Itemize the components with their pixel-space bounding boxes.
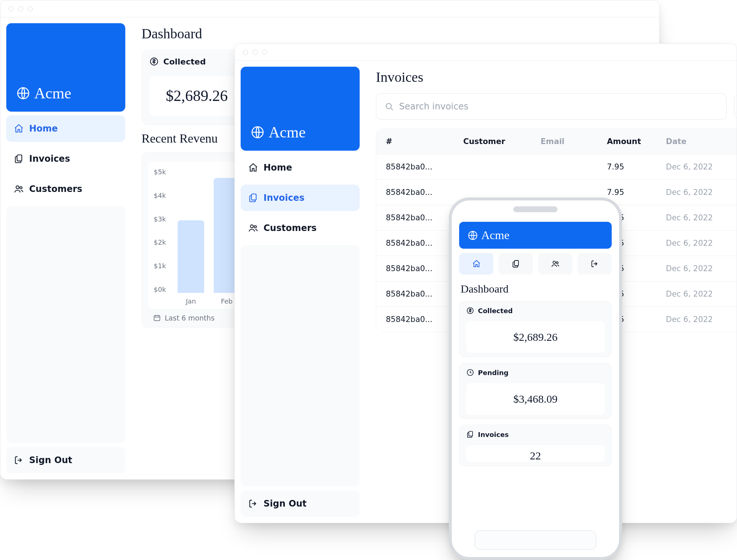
traffic-light-zoom[interactable] [28,6,33,11]
cell-date: Dec 6, 2022 [666,264,736,273]
sidebar-item-invoices[interactable]: Invoices [241,185,360,211]
svg-point-14 [556,262,558,263]
revenue-chart: $5k $4k $3k $2k $1k $0k Jan [148,161,246,309]
cell-id: 85842ba0... [386,162,463,171]
logo-card: Acme [459,222,612,249]
stat-amount: $3,468.09 [466,383,605,415]
y-tick: $4k [154,192,166,199]
stat-card-collected: Collected $2,689.26 [459,301,612,357]
stat-label: Collected [478,307,513,315]
col-date: Date [666,137,736,146]
sidebar-item-customers[interactable]: Customers [241,215,360,241]
chart-period: Last 6 months [165,314,214,322]
sidebar-label-invoices: Invoices [29,154,70,164]
document-duplicate-icon [14,154,24,164]
phone-notch [513,206,558,212]
brand-name: Acme [481,228,509,242]
users-icon [248,223,258,233]
sidebar-item-signout[interactable]: Sign Out [241,490,360,517]
calendar-icon [153,314,161,322]
document-duplicate-icon [466,430,474,438]
sidebar-filler [241,245,360,487]
svg-rect-5 [154,316,160,321]
page-title: Dashboard [142,25,649,42]
sidebar-label-signout: Sign Out [29,455,72,465]
cell-date: Dec 6, 2022 [666,188,736,197]
sidebar: Acme Home Invoices Customers Sign Out [0,17,131,479]
logo-card: Acme [241,67,360,151]
traffic-light-zoom[interactable] [262,50,267,55]
users-icon [14,184,24,194]
phone-frame: Acme Dashboard Collected $2,689.26 [449,197,622,560]
document-duplicate-icon [511,259,520,268]
y-axis: $5k $4k $3k $2k $1k $0k [154,168,166,305]
page-title: Invoices [376,69,737,85]
currency-icon [149,57,159,66]
cell-date: Dec 6, 2022 [666,315,736,324]
sidebar-filler [6,206,125,443]
mobile-nav-invoices[interactable] [499,253,533,274]
cell-date: Dec 6, 2022 [666,213,736,222]
sidebar-label-customers: Customers [263,223,317,233]
stat-label: Pending [478,369,509,377]
bar-col: Jan [178,168,204,305]
brand-name: Acme [34,84,71,102]
home-icon [14,123,24,134]
traffic-light-minimize[interactable] [252,50,258,55]
svg-point-2 [16,186,19,189]
sidebar-label-customers: Customers [29,184,82,194]
sidebar-item-home[interactable]: Home [241,154,360,181]
svg-point-13 [553,261,555,264]
traffic-light-close[interactable] [243,50,248,55]
y-tick: $0k [154,286,166,293]
table-header: # Customer Email Amount Date [376,129,737,154]
mobile-nav-customers[interactable] [538,253,572,274]
svg-point-10 [386,104,391,109]
search-icon [384,102,394,111]
mobile-nav-home[interactable] [459,253,493,274]
search-placeholder: Search invoices [399,101,468,112]
sidebar-item-home[interactable]: Home [6,115,125,142]
cell-date: Dec 6, 2022 [666,162,736,171]
pager-prev[interactable] [734,94,737,119]
table-row[interactable]: 85842ba0...7.95Dec 6, 2022 [376,154,737,179]
sidebar-label-signout: Sign Out [263,498,307,509]
sidebar-label-invoices: Invoices [263,193,304,203]
cell-date: Dec 6, 2022 [666,290,736,298]
stat-card-pending: Pending $3,468.09 [459,363,612,419]
globe-icon [467,230,478,241]
stat-amount: $2,689.26 [466,321,605,353]
page-title: Dashboard [461,283,610,295]
signout-icon [590,259,599,268]
cell-amount: 7.95 [607,188,666,197]
svg-rect-12 [514,260,518,266]
phone-home-indicator [475,531,596,550]
cell-date: Dec 6, 2022 [666,239,736,248]
home-icon [248,162,258,173]
mobile-nav [459,253,612,274]
stat-label: Invoices [478,431,509,438]
x-label: Jan [178,293,204,305]
sidebar-item-invoices[interactable]: Invoices [6,146,125,172]
col-amount: Amount [607,137,666,146]
bar [178,220,204,293]
signout-icon [248,498,258,509]
y-tick: $1k [154,262,166,270]
stat-label: Collected [163,57,206,66]
sidebar-item-signout[interactable]: Sign Out [6,447,125,473]
stat-amount: $2,689.26 [149,76,244,116]
y-tick: $5k [154,168,166,176]
svg-rect-1 [17,155,22,161]
mobile-nav-signout[interactable] [577,253,612,274]
svg-point-3 [20,186,22,189]
search-input[interactable]: Search invoices [376,93,727,120]
y-tick: $2k [154,238,166,246]
sidebar-item-customers[interactable]: Customers [6,176,125,202]
col-customer: Customer [463,137,541,146]
traffic-light-minimize[interactable] [18,6,23,11]
signout-icon [14,455,24,465]
svg-rect-7 [251,194,256,200]
svg-point-9 [254,225,256,228]
sidebar-label-home: Home [263,162,292,173]
traffic-light-close[interactable] [8,6,14,11]
